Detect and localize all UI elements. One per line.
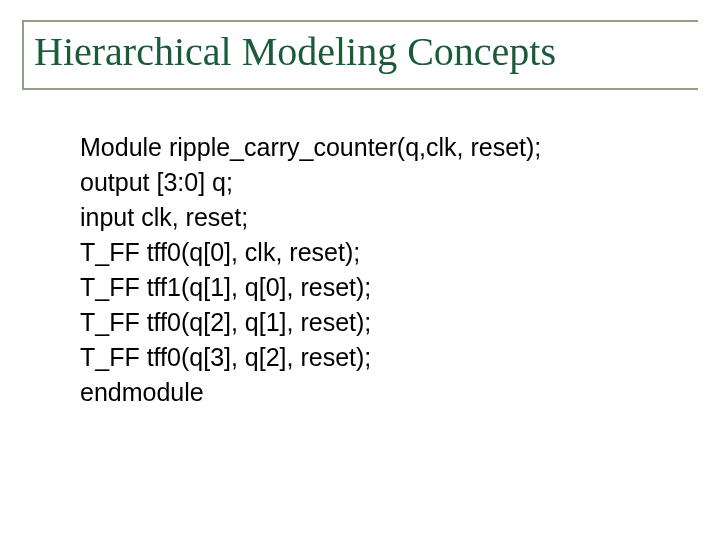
code-line: T_FF tff0(q[3], q[2], reset); <box>80 340 698 375</box>
code-line: output [3:0] q; <box>80 165 698 200</box>
code-line: input clk, reset; <box>80 200 698 235</box>
code-line: T_FF tff1(q[1], q[0], reset); <box>80 270 698 305</box>
code-line: Module ripple_carry_counter(q,clk, reset… <box>80 130 698 165</box>
slide-title: Hierarchical Modeling Concepts <box>34 30 698 74</box>
slide: Hierarchical Modeling Concepts Module ri… <box>0 0 720 540</box>
code-line: T_FF tff0(q[2], q[1], reset); <box>80 305 698 340</box>
code-line: endmodule <box>80 375 698 410</box>
code-block: Module ripple_carry_counter(q,clk, reset… <box>80 130 698 410</box>
code-line: T_FF tff0(q[0], clk, reset); <box>80 235 698 270</box>
title-container: Hierarchical Modeling Concepts <box>22 20 698 90</box>
